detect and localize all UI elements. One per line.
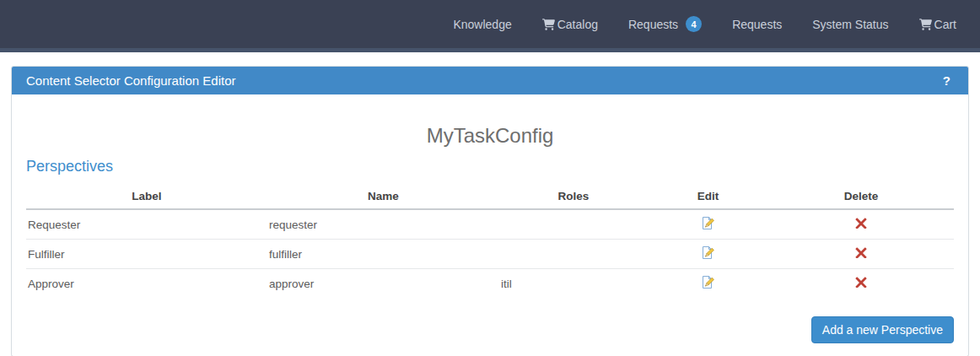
help-icon[interactable]: ? (943, 73, 950, 88)
cart-icon (919, 19, 932, 30)
nav-item-label: Requests (628, 18, 678, 31)
nav-item-cart[interactable]: Cart (919, 18, 956, 31)
column-header-name: Name (267, 186, 499, 209)
edit-document-pencil-icon[interactable] (701, 275, 715, 289)
cell-roles: itil (499, 269, 648, 299)
content-selector-panel: Content Selector Configuration Editor ? … (11, 66, 969, 356)
table-header-row: Label Name Roles Edit Delete (26, 186, 954, 209)
table-row: Fulfiller fulfiller (26, 240, 954, 269)
nav-item-label: Catalog (557, 18, 598, 31)
cell-label: Fulfiller (26, 240, 267, 269)
cell-roles (499, 240, 648, 269)
cell-name: requester (267, 209, 499, 240)
nav-item-label: Knowledge (453, 18, 511, 31)
panel-body: MyTaskConfig Perspectives Label Name Rol… (12, 123, 968, 356)
column-header-label: Label (26, 186, 267, 209)
column-header-delete: Delete (768, 186, 954, 209)
perspectives-table: Label Name Roles Edit Delete Requester r… (26, 186, 954, 298)
nav-item-system-status[interactable]: System Status (812, 18, 888, 31)
config-title: MyTaskConfig (26, 123, 954, 148)
panel-title: Content Selector Configuration Editor (26, 73, 235, 88)
nav-item-catalog[interactable]: Catalog (542, 18, 598, 31)
requests-count-badge: 4 (686, 16, 702, 32)
nav-bottom-strip (0, 48, 980, 52)
table-row: Requester requester (26, 209, 954, 240)
delete-x-icon[interactable] (855, 277, 867, 288)
nav-item-label: Requests (732, 18, 782, 31)
table-row: Approver approver itil (26, 269, 954, 299)
delete-x-icon[interactable] (855, 247, 867, 258)
cell-name: fulfiller (267, 240, 499, 269)
cell-name: approver (267, 269, 499, 299)
panel-header: Content Selector Configuration Editor ? (12, 67, 968, 94)
nav-item-knowledge[interactable]: Knowledge (453, 18, 511, 31)
cart-icon (542, 19, 555, 30)
top-navigation: Knowledge Catalog Requests 4 Requests Sy… (0, 0, 980, 48)
nav-item-requests-badged[interactable]: Requests 4 (628, 16, 702, 32)
nav-item-label: Cart (934, 18, 956, 31)
edit-document-pencil-icon[interactable] (701, 216, 715, 230)
cell-label: Approver (26, 269, 267, 299)
nav-item-label: System Status (812, 18, 888, 31)
perspectives-section-title: Perspectives (26, 158, 954, 175)
panel-footer: Add a new Perspective (26, 316, 954, 343)
column-header-roles: Roles (499, 186, 648, 209)
delete-x-icon[interactable] (855, 218, 867, 229)
add-perspective-button[interactable]: Add a new Perspective (811, 316, 954, 343)
cell-roles (499, 209, 648, 240)
nav-item-requests[interactable]: Requests (732, 18, 782, 31)
cell-label: Requester (26, 209, 267, 240)
edit-document-pencil-icon[interactable] (701, 245, 715, 260)
column-header-edit: Edit (648, 186, 768, 209)
